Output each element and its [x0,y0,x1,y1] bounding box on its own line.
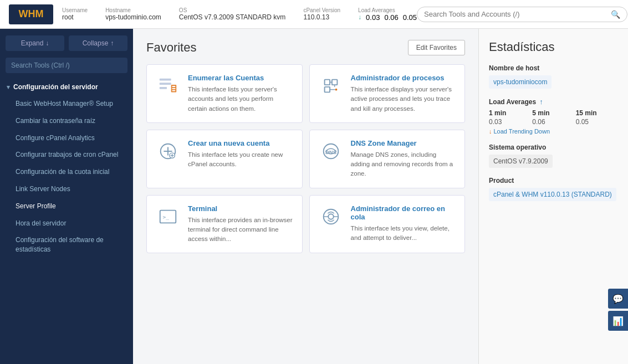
global-search-input[interactable] [424,10,611,18]
global-search-button[interactable]: 🔍 [611,10,620,19]
sidebar-search-input[interactable] [6,58,127,73]
sidebar-item-cambiar-contrasena[interactable]: Cambiar la contraseña raíz [0,112,133,130]
load-15-header: 15 min [576,109,618,117]
terminal-icon: >_ [156,204,180,229]
username-meta: Username root [62,7,88,22]
enumerar-desc: This interface lists your server's accou… [188,85,293,114]
top-bar-right: 🔍 🔔 👤 [417,5,628,24]
sidebar: Expand ↓ Collapse ↑ ▾ Configuración del … [0,29,133,364]
procesos-title: Administrador de procesos [351,74,456,82]
sidebar-search-container [0,58,133,79]
svg-point-13 [335,89,337,91]
sidebar-item-cuota-inicial[interactable]: Configuración de la cuota inicial [0,163,133,181]
content-area: Favorites Edit Favorites [133,29,628,364]
svg-point-25 [328,214,334,219]
collapse-button[interactable]: Collapse ↑ [69,35,127,51]
terminal-title: Terminal [188,204,293,213]
os-label: Sistema operativo [489,143,618,151]
dns-body: DNS Zone Manager Manage DNS zones, inclu… [351,139,456,179]
svg-rect-7 [324,80,330,85]
load-1-value: 0.03 [366,13,380,22]
stats-title: Estadísticas [489,40,618,54]
main-content: Favorites Edit Favorites [133,29,478,364]
load-5-header: 5 min [532,109,574,117]
product-value: cPanel & WHM v110.0.13 (STANDARD) [489,188,616,201]
favorites-grid: Enumerar las Cuentas This interface list… [146,64,465,253]
chart-float-button[interactable]: 📊 [608,311,628,331]
product-section: Product cPanel & WHM v110.0.13 (STANDARD… [489,177,618,201]
sidebar-item-configure-cpanel[interactable]: Configure cPanel Analytics [0,130,133,147]
top-bar: WHM Username root Hostname vps-tudominio… [0,0,628,29]
load-trending: ↓ Load Trending Down [489,128,618,135]
correo-title: Administrador de correo en cola [351,204,456,221]
svg-rect-0 [160,79,171,81]
fav-card-terminal[interactable]: >_ Terminal This interface provides an i… [146,195,303,254]
os-section: Sistema operativo CentOS v7.9.2009 [489,143,618,168]
procesos-body: Administrador de procesos This interface… [351,74,456,114]
main-layout: Expand ↓ Collapse ↑ ▾ Configuración del … [0,29,628,364]
dns-icon: DNS [319,139,343,163]
chevron-down-icon: ▾ [7,84,10,91]
svg-rect-1 [160,83,171,85]
hostname-label: Nombre de host [489,64,618,72]
fav-card-crear-cuenta[interactable]: Crear una nueva cuenta This interface le… [146,130,303,188]
crear-cuenta-icon [156,139,180,163]
svg-rect-5 [172,88,176,89]
enumerar-title: Enumerar las Cuentas [188,74,293,82]
whm-logo: WHM [9,4,53,24]
sidebar-item-configurar-cron[interactable]: Configurar trabajos de cron cPanel [0,146,133,163]
load-5-stat: 0.06 [532,118,574,126]
sidebar-item-software-estadisticas[interactable]: Configuración del software de estadístic… [0,232,133,258]
favorites-header: Favorites Edit Favorites [146,40,465,55]
fav-card-dns[interactable]: DNS DNS Zone Manager Manage DNS zones, i… [309,130,466,188]
correo-icon [319,204,343,229]
cpanel-version-meta: cPanel Version 110.0.13 [303,7,340,22]
favorites-title: Favorites [146,40,196,55]
load-1-header: 1 min [489,109,531,117]
product-label: Product [489,177,618,184]
stats-panel: Estadísticas Nombre de host vps-tudomini… [478,29,628,364]
svg-text:>_: >_ [163,213,170,219]
enumerar-icon [156,74,180,98]
correo-desc: This interface lets you view, delete, an… [351,224,456,243]
load-down-icon: ↓ [358,13,361,21]
load-avg-section: Load Averages ↑ 1 min 5 min 15 min 0.03 … [489,98,618,135]
global-search-box[interactable]: 🔍 [417,7,627,22]
procesos-desc: This interface displays your server's ac… [351,85,456,114]
trending-down-icon: ↓ [489,128,492,135]
sidebar-nav: ▾ Configuración del servidor Basic WebHo… [0,79,133,364]
enumerar-body: Enumerar las Cuentas This interface list… [188,74,293,114]
sidebar-item-basic-webhost[interactable]: Basic WebHost Manager® Setup [0,95,133,112]
hostname-meta: Hostname vps-tudominio.com [105,7,161,22]
crear-cuenta-desc: This interface lets you create new cPane… [188,150,293,170]
hostname-section: Nombre de host vps-tudominiocom [489,64,618,89]
fav-card-procesos[interactable]: Administrador de procesos This interface… [309,64,466,123]
svg-rect-6 [172,90,176,91]
sidebar-item-link-server[interactable]: Link Server Nodes [0,181,133,198]
procesos-icon [319,74,343,98]
svg-rect-4 [172,86,176,87]
edit-favorites-button[interactable]: Edit Favorites [408,40,465,55]
float-right-buttons: 💬 📊 [608,289,628,331]
sidebar-item-hora-servidor[interactable]: Hora del servidor [0,215,133,232]
load-15-value: 0.05 [403,13,417,22]
load-1-stat: 0.03 [489,118,531,126]
correo-body: Administrador de correo en cola This int… [351,204,456,243]
chat-float-button[interactable]: 💬 [608,289,628,309]
load-15-stat: 0.05 [576,118,618,126]
os-value: CentOS v7.9.2009 [489,155,553,168]
fav-card-enumerar[interactable]: Enumerar las Cuentas This interface list… [146,64,303,123]
svg-rect-9 [324,87,330,93]
svg-rect-8 [331,80,337,85]
dns-title: DNS Zone Manager [351,139,456,147]
terminal-body: Terminal This interface provides an in-b… [188,204,293,244]
svg-rect-2 [160,87,167,89]
expand-button[interactable]: Expand ↓ [6,35,64,51]
crear-cuenta-body: Crear una nueva cuenta This interface le… [188,139,293,170]
fav-card-correo[interactable]: Administrador de correo en cola This int… [309,195,466,254]
dns-desc: Manage DNS zones, including adding and r… [351,150,456,179]
sidebar-section-configuracion[interactable]: ▾ Configuración del servidor [0,79,133,95]
sidebar-item-server-profile[interactable]: Server Profile [0,198,133,215]
load-avg-up-icon: ↑ [539,98,543,106]
load-avg-label: Load Averages [489,98,536,106]
